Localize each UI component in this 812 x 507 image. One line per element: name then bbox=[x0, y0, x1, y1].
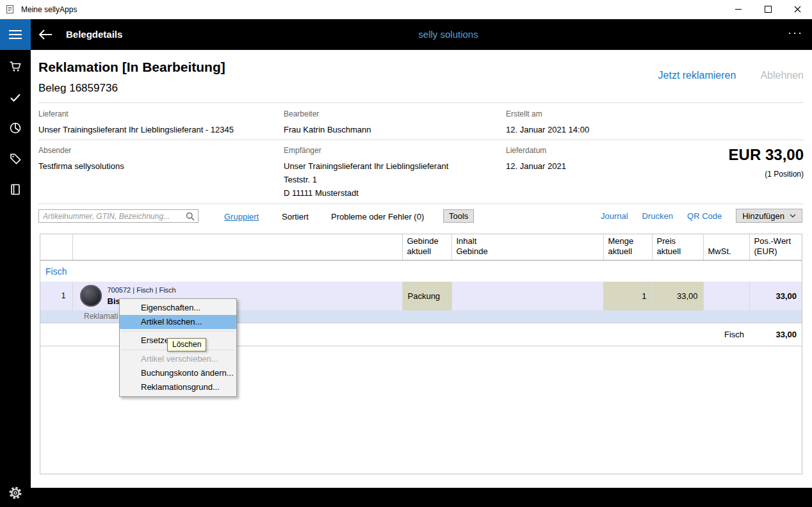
menu-item-reklamationsgrund[interactable]: Reklamationsgrund... bbox=[120, 380, 236, 394]
mwst-cell bbox=[703, 282, 749, 310]
col-header-num bbox=[40, 234, 72, 260]
probleme-filter[interactable]: Probleme oder Fehler (0) bbox=[331, 212, 424, 221]
field-value: Frau Katrin Buschmann bbox=[284, 123, 371, 136]
field-label: Lieferdatum bbox=[506, 146, 566, 155]
pie-chart-icon[interactable] bbox=[8, 121, 22, 135]
maximize-icon bbox=[765, 6, 772, 13]
search-input[interactable] bbox=[39, 212, 186, 221]
field-label: Lieferant bbox=[38, 109, 234, 118]
col-header-preis-aktuell: Preis aktuell bbox=[652, 234, 703, 260]
drucken-link[interactable]: Drucken bbox=[642, 211, 673, 221]
group-label: Fisch bbox=[40, 260, 802, 282]
summary-label: Fisch bbox=[703, 323, 749, 346]
window-controls bbox=[724, 0, 812, 19]
main-content: Reklamation [In Bearbeitung] Beleg 16859… bbox=[31, 50, 812, 488]
field-value: 12. Januar 2021 bbox=[506, 159, 566, 173]
document-number: Beleg 16859736 bbox=[38, 82, 118, 95]
jetzt-reklamieren-button[interactable]: Jetzt reklamieren bbox=[658, 70, 736, 81]
col-header-menge-aktuell: Menge aktuell bbox=[603, 234, 652, 260]
field-lieferdatum: Lieferdatum 12. Januar 2021 bbox=[506, 146, 566, 173]
back-button[interactable] bbox=[38, 27, 56, 42]
gruppiert-toggle[interactable]: Gruppiert bbox=[224, 212, 259, 221]
field-value: 12. Januar 2021 14:00 bbox=[506, 123, 589, 136]
qr-code-link[interactable]: QR Code bbox=[687, 211, 722, 221]
field-empfaenger: Empfänger Unser Trainingslieferant Ihr L… bbox=[284, 146, 448, 200]
field-value: Testfirma sellysolutions bbox=[38, 159, 124, 173]
field-lieferant: Lieferant Unser Trainingslieferant Ihr L… bbox=[38, 109, 234, 136]
col-header-artikel bbox=[72, 234, 402, 260]
more-options-button[interactable]: ··· bbox=[788, 19, 803, 46]
hinzufuegen-button[interactable]: Hinzufügen bbox=[736, 209, 802, 223]
menu-separator bbox=[121, 331, 235, 332]
catalog-book-icon[interactable] bbox=[8, 182, 22, 197]
row-number: 1 bbox=[40, 282, 72, 310]
divider bbox=[38, 204, 804, 204]
summary-value: 33,00 bbox=[749, 323, 802, 346]
gebinde-cell[interactable]: Packung bbox=[402, 282, 451, 310]
app-icon bbox=[6, 4, 16, 15]
loeschen-tooltip: Löschen bbox=[167, 338, 206, 351]
col-header-inhalt-gebinde: Inhalt Gebinde bbox=[451, 234, 603, 260]
app-window: Meine sellyApps Belegdetails selly solut… bbox=[0, 0, 812, 507]
divider bbox=[38, 140, 804, 140]
hinzufuegen-label: Hinzufügen bbox=[742, 211, 784, 221]
col-header-gebinde-aktuell: Gebinde aktuell bbox=[402, 234, 451, 260]
check-icon[interactable] bbox=[8, 90, 22, 104]
total-amount: EUR 33,00 bbox=[729, 146, 804, 164]
brand-label: selly solutions bbox=[418, 19, 478, 50]
group-row-fisch[interactable]: Fisch bbox=[40, 260, 802, 282]
field-value-line: D 11111 Musterstadt bbox=[284, 186, 448, 200]
field-absender: Absender Testfirma sellysolutions bbox=[38, 146, 124, 173]
back-arrow-icon bbox=[38, 29, 53, 40]
inhalt-cell bbox=[451, 282, 603, 310]
field-erstellt-am: Erstellt am 12. Januar 2021 14:00 bbox=[506, 109, 589, 136]
field-value-line: Unser Trainingslieferant Ihr Lieblingsli… bbox=[284, 159, 448, 173]
document-actions: Jetzt reklamieren Ablehnen bbox=[658, 70, 804, 81]
tools-button[interactable]: Tools bbox=[443, 209, 474, 223]
document-title: Reklamation [In Bearbeitung] bbox=[38, 60, 225, 75]
field-label: Erstellt am bbox=[506, 109, 589, 118]
menu-item-eigenschaften[interactable]: Eigenschaften... bbox=[120, 301, 236, 315]
field-bearbeiter: Bearbeiter Frau Katrin Buschmann bbox=[284, 109, 371, 136]
document-total: EUR 33,00 (1 Position) bbox=[729, 146, 804, 179]
article-search-box bbox=[38, 209, 199, 223]
search-icon[interactable] bbox=[186, 212, 195, 221]
col-header-mwst: MwSt. bbox=[703, 234, 749, 260]
gear-icon bbox=[8, 486, 22, 500]
toolbar-right: Journal Drucken QR Code Hinzufügen bbox=[601, 209, 802, 223]
settings-button[interactable] bbox=[8, 486, 22, 503]
minimize-icon bbox=[735, 9, 742, 10]
article-meta: 700572 | Fisch | Fisch bbox=[108, 286, 176, 294]
maximize-button[interactable] bbox=[753, 0, 783, 19]
hamburger-menu-button[interactable] bbox=[0, 19, 31, 50]
menu-item-buchungskonto-aendern[interactable]: Buchungskonto ändern... bbox=[120, 366, 236, 380]
sortiert-toggle[interactable]: Sortiert bbox=[282, 212, 309, 221]
bottom-bar bbox=[31, 488, 812, 507]
divider bbox=[38, 102, 804, 103]
field-value-line: Teststr. 1 bbox=[284, 173, 448, 186]
close-icon bbox=[794, 6, 801, 13]
minimize-button[interactable] bbox=[724, 0, 753, 19]
col-header-pos-wert: Pos.-Wert (EUR) bbox=[749, 234, 802, 260]
cart-icon[interactable] bbox=[8, 60, 22, 74]
field-label: Bearbeiter bbox=[284, 109, 371, 118]
field-value: Unser Trainingslieferant Ihr Lieblingsli… bbox=[38, 123, 234, 136]
window-title: Meine sellyApps bbox=[21, 5, 77, 14]
field-label: Empfänger bbox=[284, 146, 448, 155]
close-button[interactable] bbox=[783, 0, 812, 19]
chevron-down-icon bbox=[790, 214, 796, 218]
app-header: Belegdetails selly solutions ··· bbox=[0, 19, 812, 50]
menu-item-artikel-loeschen[interactable]: Artikel löschen... bbox=[120, 315, 236, 329]
product-image[interactable] bbox=[80, 285, 102, 307]
menu-item-artikel-verschieben: Artikel verschieben... bbox=[120, 352, 236, 366]
price-tag-icon[interactable] bbox=[8, 152, 22, 166]
page-title: Belegdetails bbox=[66, 19, 122, 50]
ablehnen-button[interactable]: Ablehnen bbox=[760, 70, 804, 81]
pos-wert-cell: 33,00 bbox=[749, 282, 802, 310]
position-count: (1 Position) bbox=[729, 170, 804, 179]
journal-link[interactable]: Journal bbox=[601, 211, 628, 221]
field-label: Absender bbox=[38, 146, 124, 155]
sidebar bbox=[0, 50, 31, 507]
preis-cell[interactable]: 33,00 bbox=[652, 282, 703, 310]
menge-cell[interactable]: 1 bbox=[603, 282, 652, 310]
